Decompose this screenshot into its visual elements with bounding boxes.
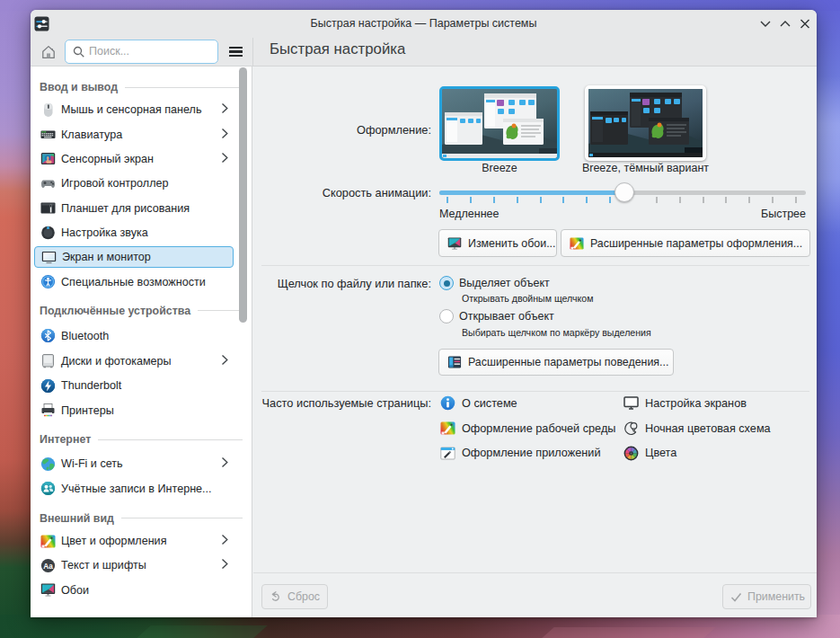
svg-text:Aa: Aa <box>43 562 53 570</box>
